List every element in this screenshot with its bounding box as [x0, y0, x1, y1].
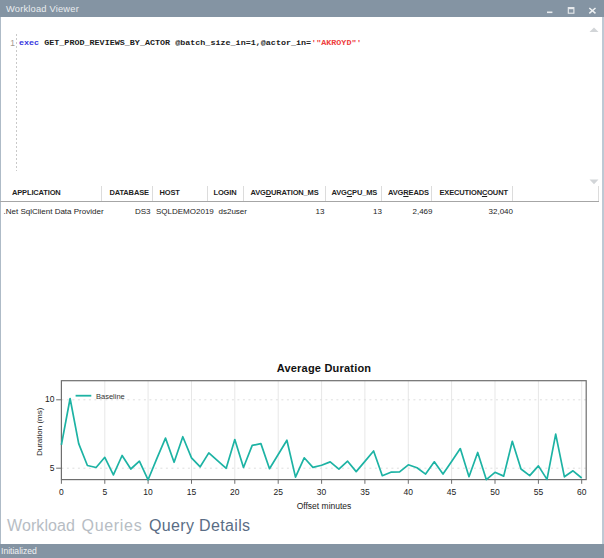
- svg-text:Baseline: Baseline: [96, 392, 125, 401]
- svg-text:5: 5: [50, 463, 55, 473]
- svg-text:25: 25: [273, 487, 283, 497]
- svg-text:45: 45: [447, 487, 457, 497]
- svg-text:35: 35: [360, 487, 370, 497]
- svg-text:20: 20: [230, 487, 240, 497]
- svg-text:0: 0: [59, 487, 64, 497]
- svg-text:Average Duration: Average Duration: [277, 362, 372, 374]
- svg-text:Duration (ms): Duration (ms): [35, 407, 44, 456]
- svg-text:15: 15: [187, 487, 197, 497]
- svg-text:Offset minutes: Offset minutes: [297, 501, 352, 511]
- svg-text:10: 10: [143, 487, 153, 497]
- svg-text:30: 30: [317, 487, 327, 497]
- svg-text:55: 55: [534, 487, 544, 497]
- svg-text:10: 10: [45, 394, 55, 404]
- svg-text:50: 50: [490, 487, 500, 497]
- svg-text:5: 5: [102, 487, 107, 497]
- svg-text:40: 40: [404, 487, 414, 497]
- svg-text:60: 60: [577, 487, 587, 497]
